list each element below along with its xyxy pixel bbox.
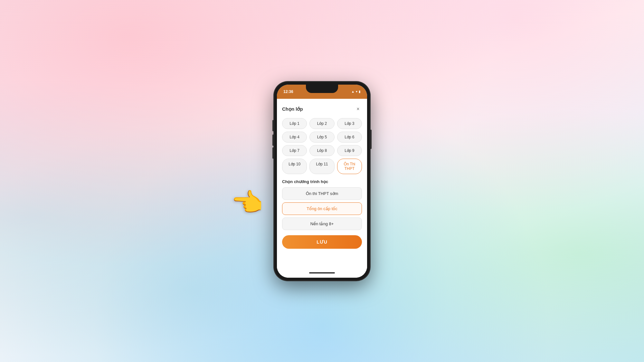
status-bar: 12:36 ▲ ▾ ▮ <box>277 85 367 99</box>
grade-lop2[interactable]: Lớp 2 <box>309 118 334 129</box>
grade-lop8[interactable]: Lớp 8 <box>309 145 334 156</box>
grade-lop3[interactable]: Lớp 3 <box>337 118 362 129</box>
program-tong-on[interactable]: Tổng ôn cấp tốc <box>282 202 362 215</box>
notch <box>306 85 338 93</box>
program-options: Ôn thi THPT sớm Tổng ôn cấp tốc Nền tảng… <box>282 187 362 230</box>
grade-grid: Lớp 1 Lớp 2 Lớp 3 Lớp 4 Lớp 5 Lớp 6 Lớp … <box>282 118 362 174</box>
grade-lop5[interactable]: Lớp 5 <box>309 132 334 143</box>
grade-lop6[interactable]: Lớp 6 <box>337 132 362 143</box>
grade-lop9[interactable]: Lớp 9 <box>337 145 362 156</box>
program-section-label: Chọn chương trình học <box>282 179 362 184</box>
signal-icon: ▲ <box>351 90 355 93</box>
modal-header: Chọn lớp × <box>282 105 362 113</box>
status-icons: ▲ ▾ ▮ <box>351 90 361 93</box>
grade-lop4[interactable]: Lớp 4 <box>282 132 307 143</box>
phone-wrapper: 12:36 ▲ ▾ ▮ Chọn lớp × <box>274 81 370 281</box>
save-button[interactable]: LƯU <box>282 235 362 249</box>
grade-lop11[interactable]: Lớp 11 <box>309 159 334 174</box>
phone-screen: 12:36 ▲ ▾ ▮ Chọn lớp × <box>277 85 367 278</box>
home-indicator <box>277 268 367 278</box>
grade-lop10[interactable]: Lớp 10 <box>282 159 307 174</box>
program-nen-tang[interactable]: Nền tảng 8+ <box>282 218 362 230</box>
grade-lop1[interactable]: Lớp 1 <box>282 118 307 129</box>
home-bar <box>309 272 335 274</box>
battery-icon: ▮ <box>359 90 361 93</box>
close-button[interactable]: × <box>354 105 362 113</box>
wifi-icon: ▾ <box>356 90 357 93</box>
phone-device: 12:36 ▲ ▾ ▮ Chọn lớp × <box>274 81 370 281</box>
bottom-spacer <box>277 254 367 268</box>
modal-title: Chọn lớp <box>282 106 303 112</box>
program-onthi-som[interactable]: Ôn thi THPT sớm <box>282 187 362 200</box>
hand-pointer-icon: 👉 <box>232 188 264 218</box>
modal-content: Chọn lớp × Lớp 1 Lớp 2 Lớp 3 Lớp 4 Lớp 5… <box>277 99 367 254</box>
grade-lop7[interactable]: Lớp 7 <box>282 145 307 156</box>
status-time: 12:36 <box>283 89 293 94</box>
grade-onthi[interactable]: Ôn Thi THPT <box>337 159 362 174</box>
screen-body: Chọn lớp × Lớp 1 Lớp 2 Lớp 3 Lớp 4 Lớp 5… <box>277 99 367 278</box>
